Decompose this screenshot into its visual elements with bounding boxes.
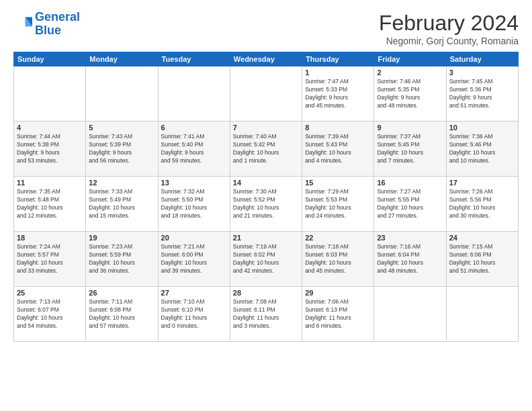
calendar-cell: 12Sunrise: 7:33 AMSunset: 5:49 PMDayligh… — [86, 177, 158, 232]
day-number: 20 — [161, 234, 227, 242]
calendar-cell: 18Sunrise: 7:24 AMSunset: 5:57 PMDayligh… — [14, 232, 86, 287]
day-info: Sunrise: 7:37 AMSunset: 5:45 PMDaylight:… — [377, 133, 443, 165]
day-info: Sunrise: 7:35 AMSunset: 5:48 PMDaylight:… — [17, 188, 83, 220]
calendar-cell: 26Sunrise: 7:11 AMSunset: 6:08 PMDayligh… — [86, 287, 158, 342]
calendar-cell: 9Sunrise: 7:37 AMSunset: 5:45 PMDaylight… — [374, 122, 446, 177]
day-info: Sunrise: 7:18 AMSunset: 6:03 PMDaylight:… — [305, 243, 371, 275]
day-info: Sunrise: 7:19 AMSunset: 6:02 PMDaylight:… — [233, 243, 299, 275]
day-number: 8 — [305, 124, 371, 132]
day-number: 25 — [17, 289, 83, 297]
day-info: Sunrise: 7:30 AMSunset: 5:52 PMDaylight:… — [233, 188, 299, 220]
day-info: Sunrise: 7:11 AMSunset: 6:08 PMDaylight:… — [89, 298, 154, 330]
calendar-cell: 11Sunrise: 7:35 AMSunset: 5:48 PMDayligh… — [14, 177, 86, 232]
day-number: 15 — [305, 179, 371, 187]
day-number: 2 — [377, 68, 443, 77]
day-number: 28 — [233, 289, 299, 297]
calendar-cell: 5Sunrise: 7:43 AMSunset: 5:39 PMDaylight… — [86, 122, 158, 177]
calendar-cell: 10Sunrise: 7:36 AMSunset: 5:46 PMDayligh… — [446, 122, 518, 177]
calendar-cell: 16Sunrise: 7:27 AMSunset: 5:55 PMDayligh… — [374, 177, 446, 232]
header-cell-sunday: Sunday — [14, 52, 86, 66]
day-info: Sunrise: 7:32 AMSunset: 5:50 PMDaylight:… — [161, 188, 227, 220]
day-info: Sunrise: 7:33 AMSunset: 5:49 PMDaylight:… — [89, 188, 154, 220]
day-info: Sunrise: 7:43 AMSunset: 5:39 PMDaylight:… — [89, 133, 154, 165]
calendar-cell: 23Sunrise: 7:16 AMSunset: 6:04 PMDayligh… — [374, 232, 446, 287]
header-cell-saturday: Saturday — [446, 52, 518, 66]
day-number: 12 — [89, 179, 154, 187]
calendar-week-1: 4Sunrise: 7:44 AMSunset: 5:38 PMDaylight… — [14, 122, 519, 177]
day-info: Sunrise: 7:26 AMSunset: 5:56 PMDaylight:… — [449, 188, 515, 220]
day-number: 18 — [17, 234, 83, 242]
day-info: Sunrise: 7:39 AMSunset: 5:43 PMDaylight:… — [305, 133, 371, 165]
day-number: 23 — [377, 234, 443, 242]
day-info: Sunrise: 7:15 AMSunset: 6:06 PMDaylight:… — [449, 243, 515, 275]
day-info: Sunrise: 7:45 AMSunset: 5:36 PMDaylight:… — [449, 78, 515, 110]
day-number: 6 — [161, 124, 227, 132]
calendar-cell: 28Sunrise: 7:08 AMSunset: 6:11 PMDayligh… — [230, 287, 302, 342]
calendar-cell: 7Sunrise: 7:40 AMSunset: 5:42 PMDaylight… — [230, 122, 302, 177]
calendar-cell — [230, 66, 302, 122]
day-number: 3 — [449, 68, 515, 77]
day-info: Sunrise: 7:27 AMSunset: 5:55 PMDaylight:… — [377, 188, 443, 220]
day-number: 27 — [161, 289, 227, 297]
logo-icon — [13, 15, 32, 34]
calendar-cell — [14, 66, 86, 122]
calendar-subtitle: Negomir, Gorj County, Romania — [379, 36, 519, 46]
day-number: 14 — [233, 179, 299, 187]
calendar-cell: 27Sunrise: 7:10 AMSunset: 6:10 PMDayligh… — [158, 287, 230, 342]
day-number: 24 — [449, 234, 515, 242]
day-number: 16 — [377, 179, 443, 187]
calendar-cell: 20Sunrise: 7:21 AMSunset: 6:00 PMDayligh… — [158, 232, 230, 287]
day-number: 21 — [233, 234, 299, 242]
day-info: Sunrise: 7:41 AMSunset: 5:40 PMDaylight:… — [161, 133, 227, 165]
calendar-cell: 15Sunrise: 7:29 AMSunset: 5:53 PMDayligh… — [302, 177, 374, 232]
day-info: Sunrise: 7:24 AMSunset: 5:57 PMDaylight:… — [17, 243, 83, 275]
day-info: Sunrise: 7:23 AMSunset: 5:59 PMDaylight:… — [89, 243, 154, 275]
title-area: February 2024 Negomir, Gorj County, Roma… — [379, 11, 519, 46]
calendar-cell: 13Sunrise: 7:32 AMSunset: 5:50 PMDayligh… — [158, 177, 230, 232]
calendar-cell: 19Sunrise: 7:23 AMSunset: 5:59 PMDayligh… — [86, 232, 158, 287]
day-info: Sunrise: 7:13 AMSunset: 6:07 PMDaylight:… — [17, 298, 83, 330]
logo-line2: Blue — [35, 24, 61, 37]
calendar-cell: 17Sunrise: 7:26 AMSunset: 5:56 PMDayligh… — [446, 177, 518, 232]
day-number: 11 — [17, 179, 83, 187]
day-number: 13 — [161, 179, 227, 187]
calendar-week-0: 1Sunrise: 7:47 AMSunset: 5:33 PMDaylight… — [14, 66, 519, 122]
day-number: 19 — [89, 234, 154, 242]
header: General Blue February 2024 Negomir, Gorj… — [13, 11, 519, 46]
day-info: Sunrise: 7:40 AMSunset: 5:42 PMDaylight:… — [233, 133, 299, 165]
header-row: SundayMondayTuesdayWednesdayThursdayFrid… — [14, 52, 519, 66]
logo-line1: General — [35, 10, 80, 24]
calendar-cell: 14Sunrise: 7:30 AMSunset: 5:52 PMDayligh… — [230, 177, 302, 232]
calendar-title: February 2024 — [379, 11, 519, 36]
calendar-cell — [446, 287, 518, 342]
header-cell-thursday: Thursday — [302, 52, 374, 66]
day-number: 29 — [305, 289, 371, 297]
calendar-cell: 3Sunrise: 7:45 AMSunset: 5:36 PMDaylight… — [446, 66, 518, 122]
day-info: Sunrise: 7:46 AMSunset: 5:35 PMDaylight:… — [377, 78, 443, 110]
day-number: 9 — [377, 124, 443, 132]
logo: General Blue — [13, 11, 80, 38]
day-number: 17 — [449, 179, 515, 187]
day-number: 4 — [17, 124, 83, 132]
day-number: 10 — [449, 124, 515, 132]
calendar-cell: 29Sunrise: 7:06 AMSunset: 6:13 PMDayligh… — [302, 287, 374, 342]
day-info: Sunrise: 7:08 AMSunset: 6:11 PMDaylight:… — [233, 298, 299, 330]
calendar-week-4: 25Sunrise: 7:13 AMSunset: 6:07 PMDayligh… — [14, 287, 519, 342]
day-number: 26 — [89, 289, 154, 297]
calendar-week-3: 18Sunrise: 7:24 AMSunset: 5:57 PMDayligh… — [14, 232, 519, 287]
day-info: Sunrise: 7:10 AMSunset: 6:10 PMDaylight:… — [161, 298, 227, 330]
header-cell-friday: Friday — [374, 52, 446, 66]
calendar-cell: 21Sunrise: 7:19 AMSunset: 6:02 PMDayligh… — [230, 232, 302, 287]
calendar-cell: 2Sunrise: 7:46 AMSunset: 5:35 PMDaylight… — [374, 66, 446, 122]
calendar-body: 1Sunrise: 7:47 AMSunset: 5:33 PMDaylight… — [14, 66, 519, 342]
calendar-cell — [86, 66, 158, 122]
day-info: Sunrise: 7:16 AMSunset: 6:04 PMDaylight:… — [377, 243, 443, 275]
header-cell-wednesday: Wednesday — [230, 52, 302, 66]
logo-text: General Blue — [35, 11, 80, 38]
header-cell-tuesday: Tuesday — [158, 52, 230, 66]
day-number: 22 — [305, 234, 371, 242]
page: General Blue February 2024 Negomir, Gorj… — [0, 0, 532, 349]
day-info: Sunrise: 7:36 AMSunset: 5:46 PMDaylight:… — [449, 133, 515, 165]
calendar-cell — [374, 287, 446, 342]
day-info: Sunrise: 7:21 AMSunset: 6:00 PMDaylight:… — [161, 243, 227, 275]
